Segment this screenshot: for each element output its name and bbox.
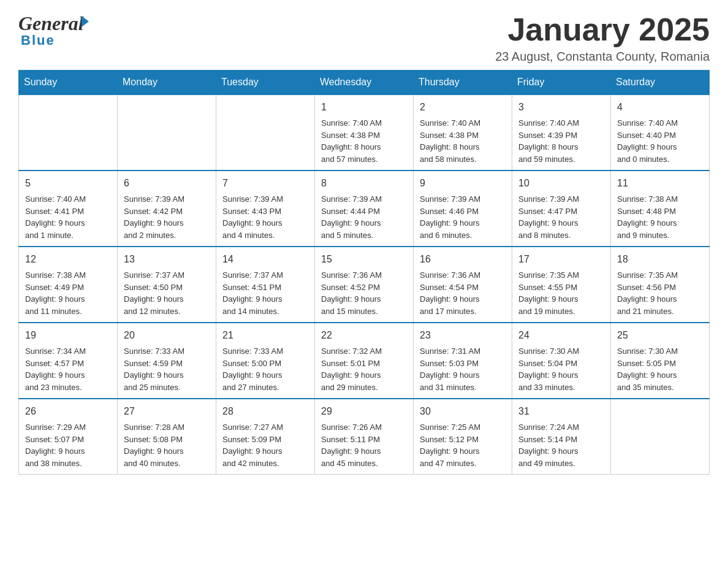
day-number-17: 17 <box>518 252 604 267</box>
day-cell-18: 18Sunrise: 7:35 AM Sunset: 4:56 PM Dayli… <box>611 247 710 323</box>
day-number-28: 28 <box>222 404 308 419</box>
weekday-header-monday: Monday <box>118 71 216 95</box>
day-info-3: Sunrise: 7:40 AM Sunset: 4:39 PM Dayligh… <box>518 117 604 165</box>
week-row-4: 26Sunrise: 7:29 AM Sunset: 5:07 PM Dayli… <box>19 399 710 475</box>
day-number-31: 31 <box>518 404 604 419</box>
day-info-30: Sunrise: 7:25 AM Sunset: 5:12 PM Dayligh… <box>420 421 506 469</box>
day-cell-26: 26Sunrise: 7:29 AM Sunset: 5:07 PM Dayli… <box>19 399 118 475</box>
day-number-13: 13 <box>124 252 210 267</box>
day-cell-7: 7Sunrise: 7:39 AM Sunset: 4:43 PM Daylig… <box>216 170 315 247</box>
day-info-31: Sunrise: 7:24 AM Sunset: 5:14 PM Dayligh… <box>518 421 604 469</box>
empty-cell <box>216 94 315 170</box>
weekday-header-sunday: Sunday <box>19 71 118 95</box>
day-cell-21: 21Sunrise: 7:33 AM Sunset: 5:00 PM Dayli… <box>216 323 315 399</box>
day-info-20: Sunrise: 7:33 AM Sunset: 4:59 PM Dayligh… <box>124 345 210 393</box>
day-info-25: Sunrise: 7:30 AM Sunset: 5:05 PM Dayligh… <box>617 345 703 393</box>
day-info-6: Sunrise: 7:39 AM Sunset: 4:42 PM Dayligh… <box>124 193 210 241</box>
day-cell-22: 22Sunrise: 7:32 AM Sunset: 5:01 PM Dayli… <box>315 323 414 399</box>
day-number-30: 30 <box>420 404 506 419</box>
month-year-title: January 2025 <box>495 12 710 47</box>
day-info-17: Sunrise: 7:35 AM Sunset: 4:55 PM Dayligh… <box>518 269 604 317</box>
day-info-8: Sunrise: 7:39 AM Sunset: 4:44 PM Dayligh… <box>321 193 407 241</box>
day-cell-25: 25Sunrise: 7:30 AM Sunset: 5:05 PM Dayli… <box>611 323 710 399</box>
weekday-header-thursday: Thursday <box>414 71 512 95</box>
day-number-6: 6 <box>124 176 210 191</box>
week-row-3: 19Sunrise: 7:34 AM Sunset: 4:57 PM Dayli… <box>19 323 710 399</box>
day-info-13: Sunrise: 7:37 AM Sunset: 4:50 PM Dayligh… <box>124 269 210 317</box>
day-number-3: 3 <box>518 100 604 115</box>
day-cell-10: 10Sunrise: 7:39 AM Sunset: 4:47 PM Dayli… <box>512 170 611 247</box>
day-info-23: Sunrise: 7:31 AM Sunset: 5:03 PM Dayligh… <box>420 345 506 393</box>
day-number-22: 22 <box>321 328 407 343</box>
week-row-2: 12Sunrise: 7:38 AM Sunset: 4:49 PM Dayli… <box>19 247 710 323</box>
day-number-23: 23 <box>420 328 506 343</box>
day-info-11: Sunrise: 7:38 AM Sunset: 4:48 PM Dayligh… <box>617 193 703 241</box>
day-cell-12: 12Sunrise: 7:38 AM Sunset: 4:49 PM Dayli… <box>19 247 118 323</box>
weekday-header-tuesday: Tuesday <box>216 71 315 95</box>
day-number-5: 5 <box>25 176 111 191</box>
weekday-header-wednesday: Wednesday <box>315 71 414 95</box>
day-info-21: Sunrise: 7:33 AM Sunset: 5:00 PM Dayligh… <box>222 345 308 393</box>
day-number-8: 8 <box>321 176 407 191</box>
day-number-29: 29 <box>321 404 407 419</box>
day-number-2: 2 <box>420 100 506 115</box>
day-info-5: Sunrise: 7:40 AM Sunset: 4:41 PM Dayligh… <box>25 193 111 241</box>
logo-general: General <box>18 12 84 35</box>
day-cell-2: 2Sunrise: 7:40 AM Sunset: 4:38 PM Daylig… <box>414 94 512 170</box>
logo-arrow-icon <box>82 16 89 27</box>
day-number-27: 27 <box>124 404 210 419</box>
day-number-25: 25 <box>617 328 703 343</box>
day-cell-30: 30Sunrise: 7:25 AM Sunset: 5:12 PM Dayli… <box>414 399 512 475</box>
day-info-27: Sunrise: 7:28 AM Sunset: 5:08 PM Dayligh… <box>124 421 210 469</box>
day-cell-23: 23Sunrise: 7:31 AM Sunset: 5:03 PM Dayli… <box>414 323 512 399</box>
day-number-19: 19 <box>25 328 111 343</box>
day-cell-29: 29Sunrise: 7:26 AM Sunset: 5:11 PM Dayli… <box>315 399 414 475</box>
day-info-2: Sunrise: 7:40 AM Sunset: 4:38 PM Dayligh… <box>420 117 506 165</box>
empty-cell <box>118 94 216 170</box>
day-info-24: Sunrise: 7:30 AM Sunset: 5:04 PM Dayligh… <box>518 345 604 393</box>
day-cell-20: 20Sunrise: 7:33 AM Sunset: 4:59 PM Dayli… <box>118 323 216 399</box>
header: General Blue January 2025 23 August, Con… <box>18 12 710 64</box>
day-info-1: Sunrise: 7:40 AM Sunset: 4:38 PM Dayligh… <box>321 117 407 165</box>
day-cell-6: 6Sunrise: 7:39 AM Sunset: 4:42 PM Daylig… <box>118 170 216 247</box>
day-cell-3: 3Sunrise: 7:40 AM Sunset: 4:39 PM Daylig… <box>512 94 611 170</box>
day-info-28: Sunrise: 7:27 AM Sunset: 5:09 PM Dayligh… <box>222 421 308 469</box>
day-info-18: Sunrise: 7:35 AM Sunset: 4:56 PM Dayligh… <box>617 269 703 317</box>
day-number-24: 24 <box>518 328 604 343</box>
day-number-10: 10 <box>518 176 604 191</box>
day-cell-14: 14Sunrise: 7:37 AM Sunset: 4:51 PM Dayli… <box>216 247 315 323</box>
day-cell-15: 15Sunrise: 7:36 AM Sunset: 4:52 PM Dayli… <box>315 247 414 323</box>
logo-blue: Blue <box>21 33 55 48</box>
day-number-12: 12 <box>25 252 111 267</box>
day-cell-17: 17Sunrise: 7:35 AM Sunset: 4:55 PM Dayli… <box>512 247 611 323</box>
day-number-4: 4 <box>617 100 703 115</box>
day-cell-1: 1Sunrise: 7:40 AM Sunset: 4:38 PM Daylig… <box>315 94 414 170</box>
day-info-16: Sunrise: 7:36 AM Sunset: 4:54 PM Dayligh… <box>420 269 506 317</box>
day-number-14: 14 <box>222 252 308 267</box>
week-row-0: 1Sunrise: 7:40 AM Sunset: 4:38 PM Daylig… <box>19 94 710 170</box>
day-cell-4: 4Sunrise: 7:40 AM Sunset: 4:40 PM Daylig… <box>611 94 710 170</box>
weekday-header-friday: Friday <box>512 71 611 95</box>
weekday-header-row: SundayMondayTuesdayWednesdayThursdayFrid… <box>19 71 710 95</box>
day-cell-27: 27Sunrise: 7:28 AM Sunset: 5:08 PM Dayli… <box>118 399 216 475</box>
day-info-7: Sunrise: 7:39 AM Sunset: 4:43 PM Dayligh… <box>222 193 308 241</box>
day-info-19: Sunrise: 7:34 AM Sunset: 4:57 PM Dayligh… <box>25 345 111 393</box>
day-cell-28: 28Sunrise: 7:27 AM Sunset: 5:09 PM Dayli… <box>216 399 315 475</box>
day-number-9: 9 <box>420 176 506 191</box>
day-number-16: 16 <box>420 252 506 267</box>
day-cell-5: 5Sunrise: 7:40 AM Sunset: 4:41 PM Daylig… <box>19 170 118 247</box>
day-number-11: 11 <box>617 176 703 191</box>
day-info-9: Sunrise: 7:39 AM Sunset: 4:46 PM Dayligh… <box>420 193 506 241</box>
day-number-21: 21 <box>222 328 308 343</box>
day-number-15: 15 <box>321 252 407 267</box>
day-cell-19: 19Sunrise: 7:34 AM Sunset: 4:57 PM Dayli… <box>19 323 118 399</box>
day-number-7: 7 <box>222 176 308 191</box>
day-info-22: Sunrise: 7:32 AM Sunset: 5:01 PM Dayligh… <box>321 345 407 393</box>
calendar-table: SundayMondayTuesdayWednesdayThursdayFrid… <box>18 70 710 475</box>
day-cell-31: 31Sunrise: 7:24 AM Sunset: 5:14 PM Dayli… <box>512 399 611 475</box>
day-info-26: Sunrise: 7:29 AM Sunset: 5:07 PM Dayligh… <box>25 421 111 469</box>
day-cell-16: 16Sunrise: 7:36 AM Sunset: 4:54 PM Dayli… <box>414 247 512 323</box>
day-info-14: Sunrise: 7:37 AM Sunset: 4:51 PM Dayligh… <box>222 269 308 317</box>
weekday-header-saturday: Saturday <box>611 71 710 95</box>
day-info-15: Sunrise: 7:36 AM Sunset: 4:52 PM Dayligh… <box>321 269 407 317</box>
